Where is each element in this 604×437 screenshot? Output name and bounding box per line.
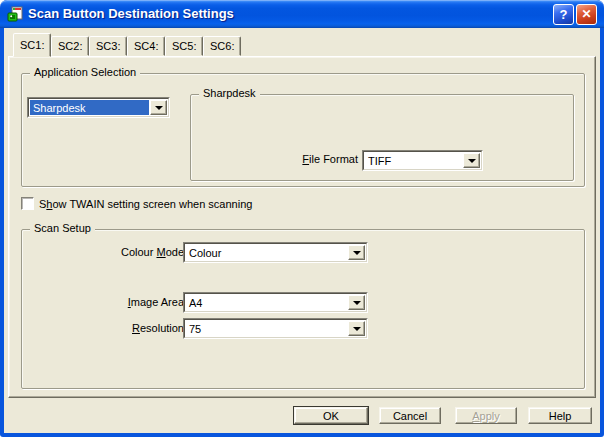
apply-button[interactable]: Apply [455, 407, 517, 424]
scan-setup-group: Scan Setup Colour Mode Colour Image Area… [21, 229, 585, 389]
ok-button[interactable]: OK [294, 407, 368, 424]
title-bar[interactable]: Scan Button Destination Settings ? ✕ [0, 0, 604, 28]
cancel-button[interactable]: Cancel [379, 407, 441, 424]
image-area-label: Image Area [72, 296, 184, 308]
tab-sc5[interactable]: SC5: [165, 36, 203, 56]
chevron-down-icon [155, 106, 163, 114]
scan-setup-group-label: Scan Setup [30, 222, 95, 234]
help-button[interactable]: Help [528, 407, 592, 424]
chevron-down-icon [353, 327, 361, 335]
tab-sc3[interactable]: SC3: [89, 36, 127, 56]
resolution-combobox-value: 75 [186, 321, 347, 336]
resolution-combobox-dropdown-button[interactable] [348, 321, 365, 336]
resolution-combobox[interactable]: 75 [183, 318, 368, 339]
chevron-down-icon [353, 251, 361, 259]
tab-sc2[interactable]: SC2: [51, 36, 89, 56]
resolution-label: Resolution [72, 322, 184, 334]
app-icon [7, 6, 23, 22]
twain-checkbox[interactable] [21, 197, 34, 210]
application-combobox-dropdown-button[interactable] [150, 100, 167, 115]
file-format-combobox-dropdown-button[interactable] [463, 153, 480, 168]
tab-sc4[interactable]: SC4: [127, 36, 165, 56]
chevron-down-icon [353, 301, 361, 309]
tab-sc1[interactable]: SC1: [13, 33, 51, 57]
dialog-client-area: SC1: SC2: SC3: SC4: SC5: SC6: Applicatio… [4, 28, 600, 433]
application-selection-group-label: Application Selection [30, 66, 140, 78]
dialog-window: Scan Button Destination Settings ? ✕ SC1… [0, 0, 604, 437]
image-area-combobox[interactable]: A4 [183, 292, 368, 313]
file-format-combobox[interactable]: TIFF [362, 150, 483, 171]
sharpdesk-group: Sharpdesk File Format TIFF [190, 94, 574, 181]
application-combobox[interactable]: Sharpdesk [27, 97, 170, 118]
application-selection-group: Application Selection Sharpdesk Sharpdes… [21, 73, 585, 187]
sharpdesk-group-label: Sharpdesk [199, 87, 260, 99]
image-area-combobox-value: A4 [186, 295, 347, 310]
colour-mode-combobox-value: Colour [186, 245, 347, 260]
application-combobox-value: Sharpdesk [30, 100, 149, 115]
colour-mode-label: Colour Mode [72, 246, 184, 258]
image-area-combobox-dropdown-button[interactable] [348, 295, 365, 310]
tab-strip: SC1: SC2: SC3: SC4: SC5: SC6: [13, 33, 241, 57]
close-button[interactable]: ✕ [576, 4, 597, 25]
help-titlebar-button[interactable]: ? [553, 4, 574, 25]
file-format-label: File Format [251, 153, 358, 165]
file-format-combobox-value: TIFF [365, 153, 462, 168]
window-title: Scan Button Destination Settings [28, 6, 234, 21]
colour-mode-combobox-dropdown-button[interactable] [348, 245, 365, 260]
chevron-down-icon [468, 159, 476, 167]
twain-checkbox-label[interactable]: Show TWAIN setting screen when scanning [39, 198, 252, 210]
colour-mode-combobox[interactable]: Colour [183, 242, 368, 263]
tab-page-sc1: Application Selection Sharpdesk Sharpdes… [8, 56, 596, 398]
tab-sc6[interactable]: SC6: [203, 36, 241, 56]
